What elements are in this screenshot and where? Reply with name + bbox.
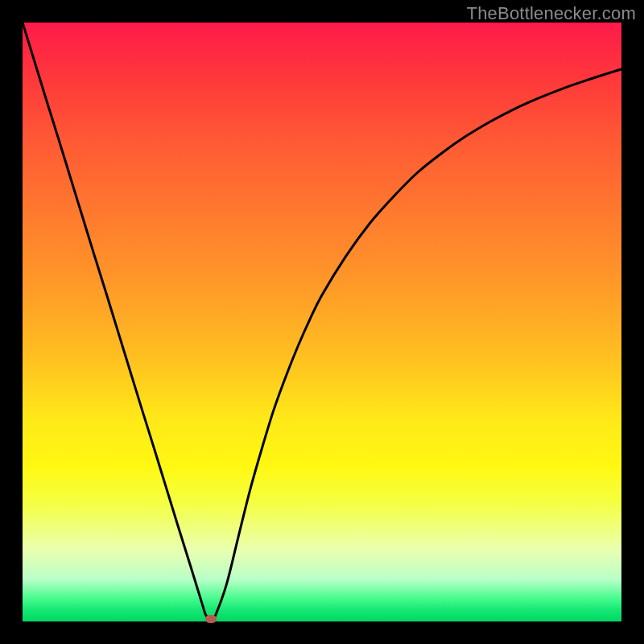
bottleneck-curve: [23, 23, 621, 621]
optimum-marker: [205, 615, 217, 623]
curve-svg: [23, 23, 621, 621]
chart-stage: TheBottlenecker.com: [0, 0, 644, 644]
watermark-text: TheBottlenecker.com: [467, 3, 636, 24]
plot-area: [23, 23, 621, 621]
